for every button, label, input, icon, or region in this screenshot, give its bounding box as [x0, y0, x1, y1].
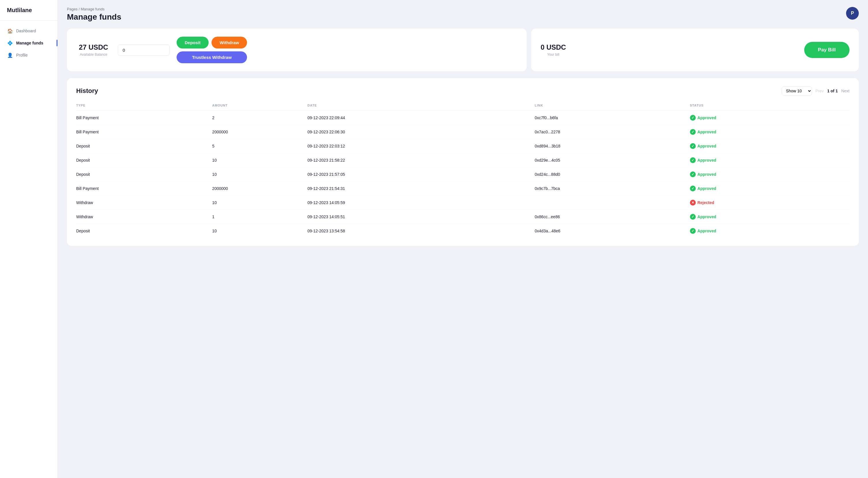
cell-link[interactable]: 0x4d3a...48e6 — [535, 224, 690, 238]
cell-type: Deposit — [76, 153, 212, 168]
cell-link[interactable]: 0x9c7b...7bca — [535, 182, 690, 196]
cell-date: 09-12-2023 14:05:51 — [308, 210, 535, 224]
cell-amount: 10 — [212, 168, 307, 182]
show-select[interactable]: Show 10 Show 25 Show 50 Show 100 — [782, 86, 812, 95]
top-bar: Pages / Manage funds Manage funds P — [67, 7, 859, 22]
status-badge: ✓Approved — [690, 115, 849, 121]
cell-link[interactable]: 0xd894...3b18 — [535, 139, 690, 153]
btn-row: Deposit Withdraw — [177, 37, 247, 49]
cell-link — [535, 196, 690, 210]
status-label: Approved — [698, 186, 716, 191]
cell-type: Bill Payment — [76, 125, 212, 139]
cell-type: Bill Payment — [76, 182, 212, 196]
withdraw-button[interactable]: Withdraw — [212, 37, 247, 49]
status-label: Approved — [698, 158, 716, 162]
status-badge: ✓Approved — [690, 228, 849, 234]
cell-status: ✓Approved — [690, 139, 849, 153]
table-row: Bill Payment200000009-12-2023 21:54:310x… — [76, 182, 849, 196]
status-badge: ✓Approved — [690, 172, 849, 177]
funds-icon: 💠 — [7, 40, 13, 46]
approved-icon: ✓ — [690, 143, 696, 149]
cell-link[interactable]: 0x86cc...ee86 — [535, 210, 690, 224]
sidebar-item-label: Manage funds — [16, 41, 43, 45]
pay-bill-button[interactable]: Pay Bill — [804, 42, 849, 58]
next-button[interactable]: Next — [841, 89, 849, 93]
cell-type: Deposit — [76, 139, 212, 153]
status-label: Approved — [698, 144, 716, 148]
cell-amount: 2000000 — [212, 125, 307, 139]
bill-section: 0 USDC Your bill — [540, 43, 566, 57]
cell-link[interactable]: 0x7ac0...2278 — [535, 125, 690, 139]
cell-status: ✓Approved — [690, 153, 849, 168]
cell-link[interactable]: 0xc7f0...b6fa — [535, 111, 690, 125]
approved-icon: ✓ — [690, 115, 696, 121]
trustless-withdraw-button[interactable]: Trustless Withdraw — [177, 51, 247, 63]
approved-icon: ✓ — [690, 157, 696, 163]
cell-status: ✓Approved — [690, 111, 849, 125]
table-row: Bill Payment200000009-12-2023 22:06:300x… — [76, 125, 849, 139]
cell-date: 09-12-2023 13:54:58 — [308, 224, 535, 238]
history-header: History Show 10 Show 25 Show 50 Show 100… — [76, 86, 849, 95]
approved-icon: ✓ — [690, 214, 696, 220]
approved-icon: ✓ — [690, 172, 696, 177]
cell-date: 09-12-2023 21:58:22 — [308, 153, 535, 168]
status-label: Approved — [698, 214, 716, 219]
cell-amount: 5 — [212, 139, 307, 153]
cell-date: 09-12-2023 22:03:12 — [308, 139, 535, 153]
cell-link[interactable]: 0xd24c...88d0 — [535, 168, 690, 182]
table-row: Deposit1009-12-2023 21:57:050xd24c...88d… — [76, 168, 849, 182]
cell-status: ✓Approved — [690, 210, 849, 224]
deposit-button[interactable]: Deposit — [177, 37, 209, 49]
history-title: History — [76, 87, 98, 95]
cell-date: 09-12-2023 21:54:31 — [308, 182, 535, 196]
cell-link[interactable]: 0xd29e...4c05 — [535, 153, 690, 168]
home-icon: 🏠 — [7, 28, 13, 33]
status-badge: ✓Approved — [690, 186, 849, 191]
table-row: Deposit1009-12-2023 13:54:580x4d3a...48e… — [76, 224, 849, 238]
cards-row: 27 USDC Available Balance Deposit Withdr… — [67, 29, 859, 71]
col-link: LINK — [535, 101, 690, 111]
pagination-controls: Show 10 Show 25 Show 50 Show 100 Prev 1 … — [782, 86, 849, 95]
status-label: Approved — [698, 129, 716, 134]
prev-button[interactable]: Prev — [815, 89, 824, 93]
cell-amount: 10 — [212, 224, 307, 238]
table-row: Deposit509-12-2023 22:03:120xd894...3b18… — [76, 139, 849, 153]
table-row: Bill Payment209-12-2023 22:09:440xc7f0..… — [76, 111, 849, 125]
page-title: Manage funds — [67, 12, 121, 22]
bill-card: 0 USDC Your bill Pay Bill — [531, 29, 859, 71]
history-card: History Show 10 Show 25 Show 50 Show 100… — [67, 78, 859, 246]
bill-label: Your bill — [547, 53, 559, 57]
sidebar-nav: 🏠 Dashboard 💠 Manage funds 👤 Profile — [0, 25, 57, 61]
cell-status: ✓Approved — [690, 125, 849, 139]
cell-status: ✓Approved — [690, 168, 849, 182]
col-type: TYPE — [76, 101, 212, 111]
cell-date: 09-12-2023 22:06:30 — [308, 125, 535, 139]
approved-icon: ✓ — [690, 129, 696, 135]
sidebar-item-manage-funds[interactable]: 💠 Manage funds — [3, 37, 54, 49]
cell-date: 09-12-2023 22:09:44 — [308, 111, 535, 125]
cell-status: ✓Approved — [690, 224, 849, 238]
cell-amount: 1 — [212, 210, 307, 224]
cell-amount: 2000000 — [212, 182, 307, 196]
avatar[interactable]: P — [846, 7, 859, 20]
sidebar: Mutlilane 🏠 Dashboard 💠 Manage funds 👤 P… — [0, 0, 58, 478]
sidebar-item-dashboard[interactable]: 🏠 Dashboard — [3, 25, 54, 36]
cell-date: 09-12-2023 21:57:05 — [308, 168, 535, 182]
approved-icon: ✓ — [690, 186, 696, 191]
breadcrumb-separator: / — [79, 7, 81, 11]
sidebar-item-profile[interactable]: 👤 Profile — [3, 50, 54, 61]
cell-amount: 2 — [212, 111, 307, 125]
balance-input[interactable] — [118, 44, 170, 56]
person-icon: 👤 — [7, 53, 13, 58]
main-content: Pages / Manage funds Manage funds P 27 U… — [58, 0, 868, 478]
col-date: DATE — [308, 101, 535, 111]
breadcrumb: Pages / Manage funds — [67, 7, 121, 11]
col-amount: AMOUNT — [212, 101, 307, 111]
bill-amount: 0 USDC — [540, 43, 566, 51]
balance-card: 27 USDC Available Balance Deposit Withdr… — [67, 29, 527, 71]
table-row: Withdraw109-12-2023 14:05:510x86cc...ee8… — [76, 210, 849, 224]
cell-amount: 10 — [212, 196, 307, 210]
cell-amount: 10 — [212, 153, 307, 168]
status-badge: ✓Approved — [690, 157, 849, 163]
sidebar-item-label: Dashboard — [16, 29, 36, 33]
